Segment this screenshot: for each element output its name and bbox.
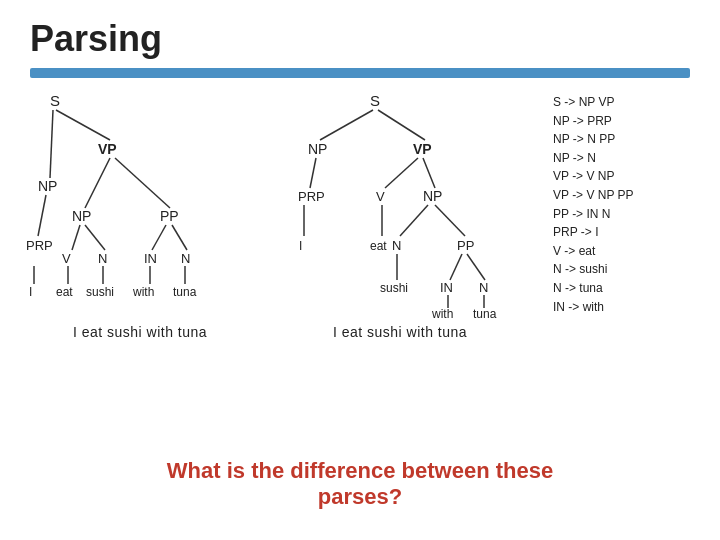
main-content: S VP NP NP PP (0, 88, 720, 340)
tree2-label: I eat sushi with tuna (333, 324, 467, 340)
svg-line-5 (72, 225, 80, 250)
tree1-v-label: V (62, 251, 71, 266)
svg-line-14 (320, 110, 373, 140)
tree1-pp-label: PP (160, 208, 179, 224)
tree2-prp-label: PRP (298, 189, 325, 204)
grammar-rule-2: NP -> PRP (553, 112, 700, 131)
grammar-rule-1: S -> NP VP (553, 93, 700, 112)
grammar-rule-12: IN -> with (553, 298, 700, 317)
svg-line-17 (385, 158, 418, 188)
svg-line-6 (85, 225, 105, 250)
tree1-np1-label: NP (38, 178, 57, 194)
tree1-leaf-with: with (132, 285, 154, 299)
svg-line-7 (152, 225, 166, 250)
tree2-leaf-with: with (431, 307, 453, 318)
tree2-v-label: V (376, 189, 385, 204)
grammar-rule-7: PP -> IN N (553, 205, 700, 224)
svg-line-2 (85, 158, 110, 208)
svg-line-0 (56, 110, 110, 140)
bottom-question-line2: parses? (167, 484, 553, 510)
tree1-leaf-i: I (29, 285, 32, 299)
svg-line-21 (450, 254, 462, 280)
grammar-rule-10: N -> sushi (553, 260, 700, 279)
tree2-vp-label: VP (413, 141, 432, 157)
grammar-rule-8: PRP -> I (553, 223, 700, 242)
grammar-rules: S -> NP VP NP -> PRP NP -> N PP NP -> N … (545, 88, 700, 340)
tree2-in-label: IN (440, 280, 453, 295)
trees-container: S VP NP NP PP (20, 88, 545, 340)
page-title: Parsing (0, 0, 720, 60)
svg-line-20 (435, 205, 465, 236)
tree1-n2-label: N (181, 251, 190, 266)
grammar-rule-4: NP -> N (553, 149, 700, 168)
tree1-leaf-tuna: tuna (173, 285, 197, 299)
tree2-n1-label: N (392, 238, 401, 253)
svg-line-15 (378, 110, 425, 140)
tree2-pp-label: PP (457, 238, 474, 253)
tree2-leaf-eat: eat (370, 239, 387, 253)
svg-line-4 (38, 195, 46, 236)
grammar-rule-11: N -> tuna (553, 279, 700, 298)
accent-bar (30, 68, 690, 78)
tree1-section: S VP NP NP PP (20, 88, 260, 340)
tree1-s-label: S (50, 92, 60, 109)
grammar-rule-6: VP -> V NP PP (553, 186, 700, 205)
tree1-leaf-eat: eat (56, 285, 73, 299)
tree1-vp-label: VP (98, 141, 117, 157)
tree1-leaf-sushi: sushi (86, 285, 114, 299)
svg-line-8 (172, 225, 187, 250)
tree1-label: I eat sushi with tuna (73, 324, 207, 340)
bottom-question-area: What is the difference between these par… (167, 458, 553, 510)
parse-tree-area: S VP NP NP PP (20, 88, 545, 340)
tree2-n2-label: N (479, 280, 488, 295)
svg-line-18 (423, 158, 435, 188)
bottom-question-line1: What is the difference between these (167, 458, 553, 484)
svg-line-3 (115, 158, 170, 208)
svg-line-22 (467, 254, 485, 280)
grammar-rule-3: NP -> N PP (553, 130, 700, 149)
tree1-n1-label: N (98, 251, 107, 266)
tree2-leaf-sushi: sushi (380, 281, 408, 295)
tree2-svg: S NP VP PRP (280, 88, 520, 318)
tree2-np2-label: NP (423, 188, 442, 204)
tree2-section: S NP VP PRP (280, 88, 520, 340)
svg-line-19 (400, 205, 428, 236)
tree1-prp-label: PRP (26, 238, 53, 253)
svg-line-1 (50, 110, 53, 178)
grammar-rule-9: V -> eat (553, 242, 700, 261)
svg-line-16 (310, 158, 316, 188)
tree2-s-label: S (370, 92, 380, 109)
tree2-np1-label: NP (308, 141, 327, 157)
tree1-np2-label: NP (72, 208, 91, 224)
tree1-in-label: IN (144, 251, 157, 266)
tree1-svg: S VP NP NP PP (20, 88, 260, 318)
tree2-leaf-i: I (299, 239, 302, 253)
tree2-leaf-tuna: tuna (473, 307, 497, 318)
grammar-rule-5: VP -> V NP (553, 167, 700, 186)
